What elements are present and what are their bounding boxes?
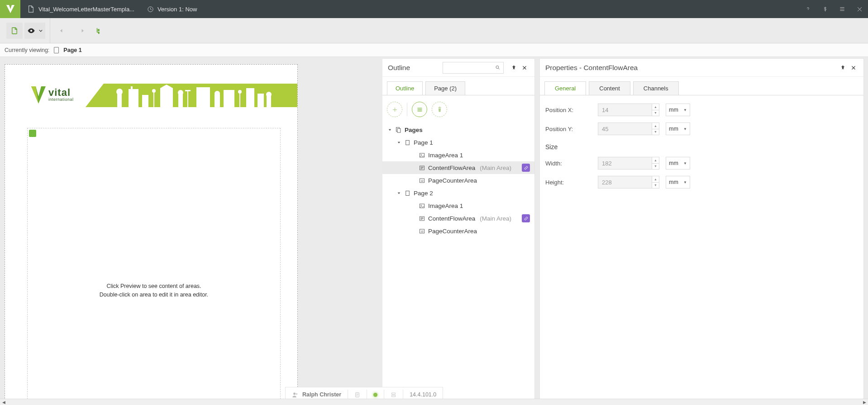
help-icon[interactable] xyxy=(799,0,816,18)
filename-text: Vital_WelcomeLetterMasterTempla... xyxy=(38,6,134,13)
close-window-icon[interactable] xyxy=(851,0,868,18)
main-toolbar xyxy=(0,18,868,43)
viewing-bar: Currently viewing: Page 1 xyxy=(0,43,868,57)
title-bar: Vital_WelcomeLetterMasterTempla... Versi… xyxy=(0,0,868,18)
hierarchy-button[interactable] xyxy=(91,23,107,39)
file-title: Vital_WelcomeLetterMasterTempla... xyxy=(20,5,142,13)
dollar-icon[interactable] xyxy=(816,0,834,18)
redo-button[interactable] xyxy=(73,23,89,39)
viewing-page: Page 1 xyxy=(63,47,81,53)
page-icon xyxy=(54,47,59,53)
svg-point-1 xyxy=(30,29,33,32)
chevron-down-icon xyxy=(39,29,43,32)
viewing-label: Currently viewing: xyxy=(5,47,49,53)
version-selector[interactable]: Version 1: Now xyxy=(142,6,202,13)
save-button[interactable] xyxy=(6,23,23,39)
version-text: Version 1: Now xyxy=(157,6,197,13)
app-logo[interactable] xyxy=(0,0,20,18)
menu-icon[interactable] xyxy=(834,0,851,18)
preview-dropdown[interactable] xyxy=(24,23,45,39)
undo-button[interactable] xyxy=(55,23,71,39)
